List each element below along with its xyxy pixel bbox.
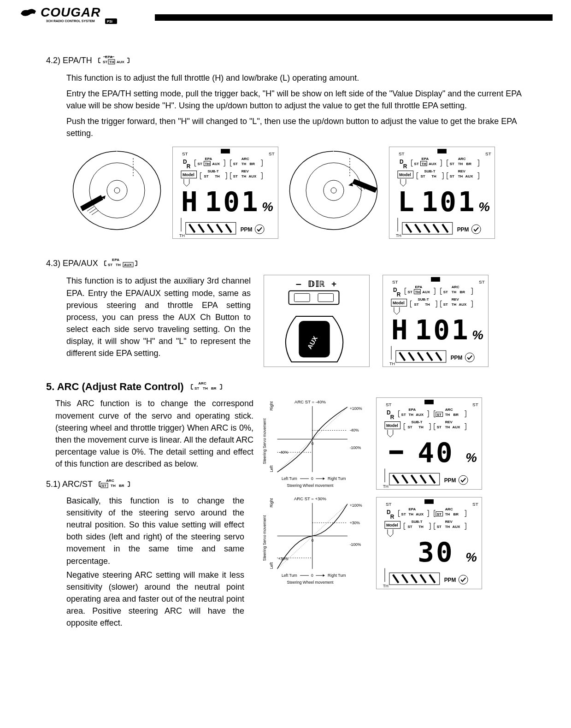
svg-text:Steering Servo movement: Steering Servo movement (262, 419, 267, 465)
svg-text:AUX: AUX (429, 162, 436, 166)
svg-text:ST: ST (408, 290, 412, 294)
svg-text:TH: TH (418, 525, 424, 529)
arc-neg40-graph: ARC ST = -40% Steering Servo movement Ri… (257, 397, 363, 490)
svg-text:ST: ST (392, 279, 398, 284)
svg-text:Steering Servo movement: Steering Servo movement (262, 515, 267, 562)
svg-text:ARC: ARC (241, 157, 249, 161)
graph2-title: ARC ST = +30% (294, 497, 327, 502)
arc-st-bracket-icon: ARC ST TH BR (97, 478, 133, 490)
svg-text:ST: ST (437, 413, 441, 417)
svg-text:ST: ST (479, 279, 485, 284)
svg-text:REV: REV (445, 420, 453, 425)
svg-text:Steering Wheel movement: Steering Wheel movement (287, 484, 334, 488)
svg-text:TH: TH (415, 290, 420, 294)
svg-text:%: % (262, 200, 273, 214)
svg-text:%: % (472, 328, 483, 342)
svg-text:TH: TH (445, 525, 450, 529)
svg-text:ST: ST (450, 175, 454, 179)
svg-text:TH: TH (445, 413, 450, 417)
svg-text:R: R (187, 163, 191, 170)
lcd-aux-h-figure: STST D R EPA ST TH AUX ARC ST TH BR Mode… (383, 275, 489, 367)
svg-text:PPM: PPM (457, 227, 469, 233)
svg-text:EPA: EPA (421, 157, 429, 161)
svg-rect-60 (437, 149, 447, 154)
svg-text:ARC: ARC (445, 507, 453, 511)
badge-text: P3i (107, 19, 112, 24)
svg-text:0: 0 (312, 538, 314, 543)
svg-text:ST: ST (472, 402, 478, 407)
svg-point-10 (114, 188, 120, 193)
svg-rect-229 (424, 499, 434, 504)
svg-text:ST: ST (485, 151, 491, 156)
svg-text:Left: Left (269, 465, 274, 472)
svg-text:TH: TH (431, 175, 436, 179)
svg-text:ST: ST (108, 263, 112, 267)
svg-text:BR: BR (249, 162, 255, 166)
svg-text:TH: TH (383, 484, 389, 489)
arc-pos30-graph: ARC ST = +30% Steering Servo movement Ri… (257, 494, 363, 586)
brand-text: COUGAR (41, 5, 100, 19)
svg-text:ST: ST (102, 484, 106, 488)
svg-text:ST: ST (233, 162, 238, 166)
svg-rect-103 (294, 294, 310, 302)
svg-rect-16 (221, 149, 230, 154)
svg-text:EPA: EPA (408, 507, 416, 511)
svg-text:Model: Model (393, 301, 405, 306)
svg-text:R: R (390, 514, 394, 520)
svg-text:ST: ST (443, 303, 448, 307)
svg-text:ST: ST (407, 525, 412, 529)
s42-p3: Push the trigger forward, then "H" will … (66, 115, 525, 139)
svg-text:ST: ST (450, 162, 454, 166)
svg-rect-104 (318, 294, 334, 302)
svg-text:SUB-T: SUB-T (418, 298, 429, 302)
svg-text:BR: BR (453, 512, 459, 516)
svg-text:REV: REV (452, 298, 459, 302)
svg-text:R: R (390, 414, 394, 420)
svg-text:-40%: -40% (279, 450, 288, 455)
svg-text:Model: Model (399, 173, 411, 178)
svg-text:BR: BR (211, 386, 217, 391)
svg-text:AUX: AUX (212, 162, 220, 166)
svg-text:Model: Model (386, 424, 398, 428)
svg-text:REV: REV (241, 170, 249, 174)
svg-text:TH: TH (458, 175, 463, 179)
svg-text:ARC: ARC (452, 285, 459, 289)
svg-text:AUX: AUX (117, 60, 125, 64)
svg-text:TH: TH (445, 512, 450, 516)
svg-text:ST: ST (386, 402, 392, 407)
svg-rect-215 (389, 450, 403, 454)
row-4-3: This function is to adjust the auxiliary… (66, 275, 525, 367)
svg-text:TH: TH (389, 361, 395, 366)
svg-text:SUB-T: SUB-T (411, 420, 422, 425)
svg-text:0: 0 (311, 477, 313, 481)
svg-text:TH: TH (111, 484, 116, 488)
svg-text:ST: ST (420, 175, 425, 179)
svg-text:-100%: -100% (350, 543, 361, 547)
svg-text:101: 101 (205, 186, 259, 218)
svg-text:ST: ST (198, 162, 202, 166)
svg-text:ST: ST (194, 386, 199, 391)
svg-text:EPA: EPA (415, 285, 422, 289)
svg-text:40: 40 (418, 437, 454, 468)
svg-text:30: 30 (418, 536, 454, 568)
svg-text:ST: ST (437, 426, 441, 430)
svg-text:+100%: +100% (350, 406, 362, 411)
graph1-title: ARC ST = -40% (294, 400, 326, 405)
svg-text:-100%: -100% (350, 446, 361, 450)
svg-text:REV: REV (445, 520, 453, 524)
svg-text:L: L (398, 186, 414, 218)
svg-text:H: H (391, 314, 408, 346)
svg-text:AUX: AUX (459, 303, 466, 307)
svg-text:TH: TH (241, 175, 247, 179)
svg-text:TH: TH (396, 233, 401, 238)
s5-p1: This ARC function is to change the corre… (55, 397, 253, 470)
lcd-l-figure: STST D R EPA ST TH AUX ARC ST TH BR Mode… (389, 147, 495, 239)
svg-text:TH: TH (418, 426, 424, 430)
brand-logo: COUGAR 3CH RADIO CONTROL SYSTEM P3i (18, 5, 147, 27)
svg-text:ST: ST (204, 175, 208, 179)
svg-text:ARC: ARC (106, 479, 114, 483)
svg-text:Left Turn: Left Turn (282, 477, 297, 481)
svg-text:AUX: AUX (465, 175, 473, 179)
svg-text:ARC: ARC (198, 381, 206, 385)
svg-text:101: 101 (415, 314, 470, 346)
